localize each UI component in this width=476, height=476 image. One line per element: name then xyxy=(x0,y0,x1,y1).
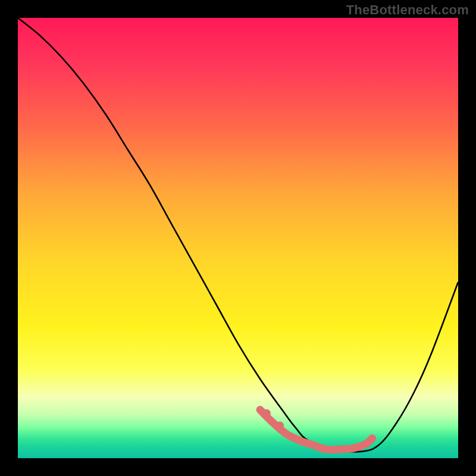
chart-svg xyxy=(18,18,458,458)
watermark-text: TheBottleneck.com xyxy=(346,2,469,18)
highlight-dot xyxy=(262,409,271,418)
highlight-dot xyxy=(276,421,284,430)
chart-stage: TheBottleneck.com xyxy=(0,0,476,476)
plot-area xyxy=(18,18,458,458)
